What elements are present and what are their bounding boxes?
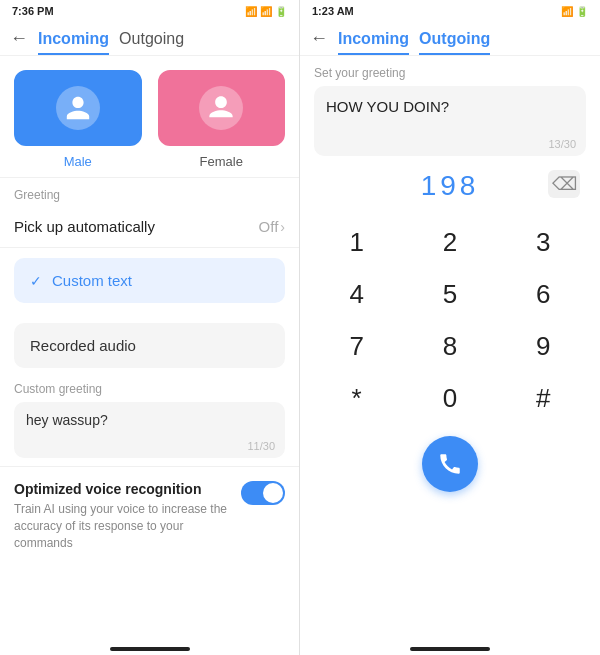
- tab-incoming-left[interactable]: Incoming: [38, 30, 109, 48]
- male-label: Male: [14, 154, 142, 169]
- home-indicator-right: [410, 647, 490, 651]
- numpad-display: 198 ⌫: [300, 156, 600, 212]
- greeting-section-label: Greeting: [0, 178, 299, 206]
- numpad-key-3[interactable]: 3: [497, 216, 590, 268]
- greeting-text-box[interactable]: HOW YOU DOIN? 13/30: [314, 86, 586, 156]
- voice-toggle[interactable]: [241, 481, 285, 505]
- custom-greet-value: hey wassup?: [26, 412, 108, 428]
- custom-text-option[interactable]: ✓ Custom text: [14, 258, 285, 303]
- gender-labels: Male Female: [0, 154, 299, 169]
- check-icon: ✓: [30, 273, 42, 289]
- home-indicator-left: [110, 647, 190, 651]
- numpad-key-9[interactable]: 9: [497, 320, 590, 372]
- greeting-label-right: Set your greeting: [300, 56, 600, 86]
- voice-desc: Train AI using your voice to increase th…: [14, 501, 229, 551]
- status-bar-left: 7:36 PM 📶 📶 🔋: [0, 0, 299, 22]
- custom-greet-input[interactable]: hey wassup? 11/30: [14, 402, 285, 458]
- pick-up-row[interactable]: Pick up automatically Off ›: [0, 206, 299, 248]
- female-button[interactable]: [158, 70, 286, 146]
- tab-outgoing-left[interactable]: Outgoing: [119, 30, 184, 48]
- status-icons-left: 📶 📶 🔋: [245, 6, 287, 17]
- voice-section: Optimized voice recognition Train AI usi…: [0, 466, 299, 565]
- female-label: Female: [158, 154, 286, 169]
- numpad-grid: 1 2 3 4 5 6 7 8 9 * 0 #: [300, 212, 600, 428]
- chevron-right-icon: ›: [280, 219, 285, 235]
- numpad-key-star[interactable]: *: [310, 372, 403, 424]
- numpad-key-5[interactable]: 5: [403, 268, 496, 320]
- back-button-left[interactable]: ←: [10, 28, 28, 49]
- backspace-button[interactable]: ⌫: [548, 170, 580, 198]
- voice-text: Optimized voice recognition Train AI usi…: [14, 481, 229, 551]
- tab-incoming-right[interactable]: Incoming: [338, 30, 409, 48]
- male-button[interactable]: [14, 70, 142, 146]
- numpad-key-1[interactable]: 1: [310, 216, 403, 268]
- numpad-key-8[interactable]: 8: [403, 320, 496, 372]
- voice-title: Optimized voice recognition: [14, 481, 229, 497]
- numpad-key-hash[interactable]: #: [497, 372, 590, 424]
- back-button-right[interactable]: ←: [310, 28, 328, 49]
- right-panel: 1:23 AM 📶 🔋 ← Incoming Outgoing Set your…: [300, 0, 600, 655]
- phone-icon: [437, 451, 463, 477]
- numpad-key-0[interactable]: 0: [403, 372, 496, 424]
- status-icons-right: 📶 🔋: [561, 6, 588, 17]
- recorded-audio-label: Recorded audio: [30, 337, 136, 354]
- numpad-key-6[interactable]: 6: [497, 268, 590, 320]
- gender-selector: [0, 56, 299, 154]
- recorded-audio-option[interactable]: Recorded audio: [14, 323, 285, 368]
- top-nav-right: ← Incoming Outgoing: [300, 22, 600, 56]
- greeting-text-value: HOW YOU DOIN?: [326, 98, 449, 115]
- call-button[interactable]: [422, 436, 478, 492]
- status-bar-right: 1:23 AM 📶 🔋: [300, 0, 600, 22]
- bottom-indicator-right: [300, 635, 600, 655]
- time-right: 1:23 AM: [312, 5, 354, 17]
- left-panel: 7:36 PM 📶 📶 🔋 ← Incoming Outgoing: [0, 0, 300, 655]
- pick-up-value: Off ›: [259, 218, 285, 235]
- time-left: 7:36 PM: [12, 5, 54, 17]
- pick-up-label: Pick up automatically: [14, 218, 155, 235]
- female-icon: [199, 86, 243, 130]
- custom-text-label: Custom text: [52, 272, 132, 289]
- top-nav-left: ← Incoming Outgoing: [0, 22, 299, 56]
- numpad-number: 198: [421, 170, 480, 202]
- bottom-indicator-left: [0, 635, 299, 655]
- numpad-key-7[interactable]: 7: [310, 320, 403, 372]
- greeting-char-count: 13/30: [548, 138, 576, 150]
- custom-greet-section-label: Custom greeting: [0, 378, 299, 402]
- custom-greet-char-count: 11/30: [247, 440, 275, 452]
- numpad-key-4[interactable]: 4: [310, 268, 403, 320]
- call-btn-row: [300, 428, 600, 500]
- numpad-key-2[interactable]: 2: [403, 216, 496, 268]
- tab-outgoing-right[interactable]: Outgoing: [419, 30, 490, 48]
- male-icon: [56, 86, 100, 130]
